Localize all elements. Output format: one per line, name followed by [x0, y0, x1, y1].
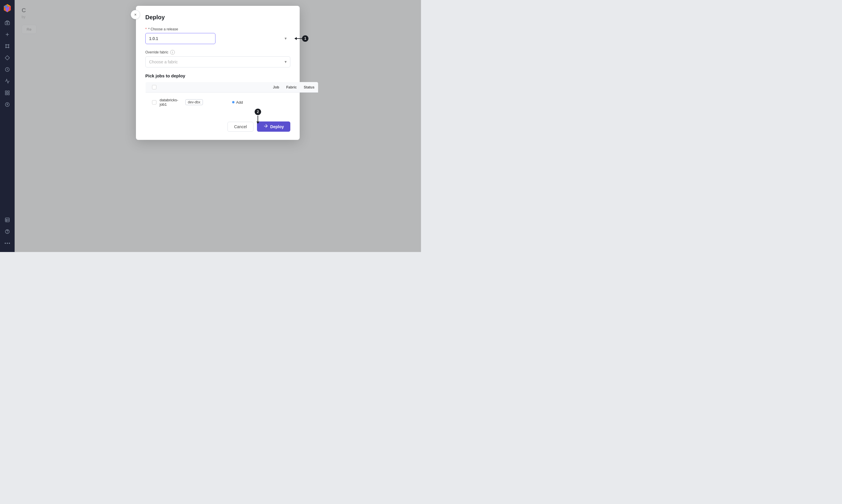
- status-label: Add: [236, 100, 243, 105]
- jobs-section-title: Pick jobs to deploy: [145, 73, 290, 78]
- fabric-label-row: Override fabric i: [145, 50, 290, 55]
- sidebar-item-workflow[interactable]: [2, 41, 13, 51]
- annotation-1-group: 1: [294, 35, 308, 42]
- svg-point-31: [7, 242, 8, 244]
- status-cell: Add: [232, 100, 266, 105]
- table-row: databricks-job1 dev-dbx Add: [145, 93, 270, 112]
- fabric-select[interactable]: Choose a fabric: [145, 56, 290, 68]
- svg-point-6: [7, 22, 8, 24]
- sidebar-item-activity[interactable]: [2, 76, 13, 86]
- svg-rect-5: [5, 22, 10, 25]
- deploy-button-label: Deploy: [270, 124, 284, 129]
- jobs-table: Job Fabric Status databricks-job1 dev-db…: [145, 82, 319, 112]
- annotation-badge-1: 1: [302, 35, 308, 42]
- sidebar-item-camera[interactable]: [2, 18, 13, 28]
- table-header: Job Fabric Status: [145, 82, 319, 93]
- modal-overlay: × Deploy * * Choose a release 1.0.1 ▼: [15, 0, 421, 252]
- modal-title: Deploy: [145, 14, 290, 21]
- th-checkbox: [145, 82, 270, 93]
- table-body: databricks-job1 dev-dbx Add: [145, 93, 319, 112]
- th-status: Status: [300, 82, 318, 93]
- svg-point-30: [5, 242, 6, 244]
- release-select-wrapper: 1.0.1 ▼ 1: [145, 33, 290, 44]
- fabric-info-icon[interactable]: i: [170, 50, 175, 55]
- td-status: Add: [229, 97, 270, 107]
- row-checkbox[interactable]: [152, 100, 156, 105]
- release-field-label: * * Choose a release: [145, 27, 290, 31]
- td-checkbox: [145, 97, 156, 107]
- th-job: Job: [270, 82, 283, 93]
- svg-rect-24: [5, 218, 10, 222]
- sidebar-item-add[interactable]: [2, 29, 13, 40]
- td-fabric: dev-dbx: [182, 96, 229, 108]
- svg-rect-19: [5, 91, 7, 92]
- svg-point-12: [8, 47, 9, 48]
- annotation-badge-2: 2: [255, 109, 261, 115]
- sidebar-item-components[interactable]: [2, 88, 13, 98]
- svg-rect-20: [8, 91, 10, 92]
- sidebar: [0, 0, 15, 252]
- svg-point-32: [9, 242, 10, 244]
- sidebar-item-history[interactable]: [2, 64, 13, 75]
- fabric-select-wrapper: Choose a fabric ▼: [145, 56, 290, 68]
- deploy-modal: × Deploy * * Choose a release 1.0.1 ▼: [136, 6, 300, 140]
- fabric-field-label: Override fabric: [145, 50, 168, 54]
- sidebar-item-table[interactable]: [2, 215, 13, 225]
- svg-point-9: [5, 44, 6, 45]
- svg-point-10: [8, 44, 9, 45]
- annotation-2-line: [258, 115, 258, 122]
- sidebar-item-deploy[interactable]: [2, 99, 13, 110]
- release-select[interactable]: 1.0.1: [145, 33, 216, 44]
- annotation-2-arrowhead: [256, 122, 259, 124]
- th-fabric: Fabric: [283, 82, 300, 93]
- fabric-badge: dev-dbx: [185, 99, 203, 105]
- modal-footer: 2 Cancel Deploy: [145, 122, 290, 132]
- svg-rect-22: [5, 93, 7, 95]
- modal-close-button[interactable]: ×: [131, 10, 140, 19]
- main-area: C by Re × Deploy * * Choose a release 1.…: [15, 0, 421, 252]
- sidebar-item-diamond[interactable]: [2, 53, 13, 63]
- deploy-button[interactable]: Deploy: [257, 122, 290, 132]
- sidebar-item-help[interactable]: [2, 226, 13, 237]
- release-select-arrow: ▼: [284, 36, 287, 41]
- svg-marker-17: [5, 56, 10, 60]
- status-dot: [232, 101, 235, 103]
- app-logo[interactable]: [3, 3, 12, 13]
- svg-rect-21: [8, 93, 10, 95]
- deploy-button-icon: [263, 124, 268, 129]
- annotation-1-line: [297, 38, 302, 39]
- select-all-checkbox[interactable]: [152, 85, 156, 89]
- annotation-1-arrowhead: [294, 37, 297, 40]
- td-job: databricks-job1: [156, 95, 182, 109]
- sidebar-item-more[interactable]: [2, 238, 13, 249]
- annotation-2-group: 2: [255, 109, 261, 124]
- svg-point-11: [5, 47, 6, 48]
- cancel-button[interactable]: Cancel: [227, 122, 254, 132]
